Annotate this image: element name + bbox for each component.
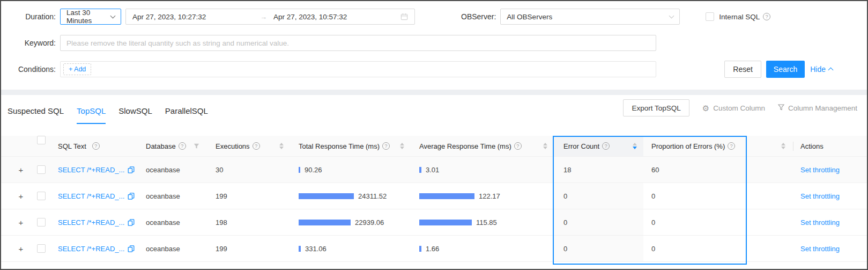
header-error-count: Error Count ? [554,136,643,156]
custom-column-label: Custom Column [713,104,765,112]
help-icon[interactable]: ? [382,142,390,150]
expand-row-button[interactable]: + [19,166,24,174]
select-all-checkbox[interactable] [37,136,46,144]
help-icon[interactable]: ? [728,142,735,150]
row-checkbox[interactable] [37,165,46,174]
help-icon[interactable]: ? [92,142,100,150]
avg-rt-bar [419,220,472,225]
add-condition-button[interactable]: + Add [63,63,91,75]
help-icon[interactable]: ? [514,142,522,150]
date-range-end[interactable]: Apr 27, 2023, 10:57:32 [273,13,347,21]
sql-text-link[interactable]: SELECT /*+READ_... [58,192,124,200]
sort-error-count[interactable] [633,143,637,149]
tab-topsql[interactable]: TopSQL [77,104,106,124]
sort-executions[interactable] [279,143,284,149]
header-sql-text: SQL Text ? [51,136,137,156]
keyword-input[interactable] [60,35,656,51]
error-count-value: 18 [563,166,571,174]
header-database: Database ? [137,136,207,156]
total-rt-value: 90.26 [305,166,322,174]
observer-select[interactable]: All OBServers [500,9,680,25]
error-count-value: 0 [563,245,567,253]
hide-link[interactable]: Hide [810,65,833,74]
help-icon[interactable]: ? [602,142,610,150]
hide-link-label: Hide [810,65,826,74]
internal-sql-checkbox[interactable] [706,12,714,21]
total-rt-value: 24311.52 [358,192,387,200]
sort-average-response-time[interactable] [543,143,547,149]
sql-text-link[interactable]: SELECT /*+READ_... [58,166,124,174]
executions-value: 199 [216,192,227,200]
expand-row-button[interactable]: + [19,245,24,253]
header-check-cell [31,136,51,156]
copy-icon[interactable] [128,219,135,226]
avg-rt-bar [419,193,474,199]
error-pct-value: 60 [651,166,659,174]
tab-slowsql[interactable]: SlowSQL [118,104,152,124]
table-row: + SELECT /*+READ_... oceanbase 199 24311… [1,183,867,209]
database-value: oceanbase [146,166,180,174]
arrow-right-icon: → [260,13,267,21]
set-throttling-link[interactable]: Set throttling [800,166,840,174]
sort-total-response-time[interactable] [400,143,404,149]
column-management-button[interactable]: Column Management [778,104,857,112]
copy-icon[interactable] [128,245,135,252]
header-average-response-time: Average Response Time (ms) ? [411,136,554,156]
error-count-value: 0 [563,192,567,200]
gear-icon: ⚙ [702,104,709,112]
date-range-picker[interactable]: Apr 27, 2023, 10:27:32 → Apr 27, 2023, 1… [125,9,415,25]
observer-select-value: All OBServers [507,13,552,21]
filter-funnel-icon[interactable] [194,143,199,149]
executions-value: 198 [216,218,227,227]
filter-actions: Reset Search Hide [724,61,833,78]
error-count-value: 0 [563,218,567,227]
avg-rt-value: 122.17 [479,192,500,200]
filter-row-keyword: Keyword: [1,35,867,51]
date-range-start[interactable]: Apr 27, 2023, 10:27:32 [132,13,260,21]
row-checkbox[interactable] [37,218,46,227]
avg-rt-value: 1.66 [426,245,439,253]
avg-rt-bar [419,246,421,252]
error-pct-value: 0 [651,218,655,227]
total-rt-value: 22939.06 [355,218,384,227]
total-rt-value: 331.06 [305,245,327,253]
tab-parallelsql[interactable]: ParallelSQL [165,104,208,124]
table-row: + SELECT /*+READ_... oceanbase 199 331.0… [1,236,867,262]
expand-row-button[interactable]: + [19,218,24,227]
filter-row-duration: Duration: Last 30 Minutes Apr 27, 2023, … [1,9,867,25]
content-panel: Suspected SQL TopSQL SlowSQL ParallelSQL… [1,95,867,262]
duration-select[interactable]: Last 30 Minutes [60,9,121,25]
header-extra-cell [747,136,793,156]
copy-icon[interactable] [128,193,135,200]
sort-extra[interactable] [781,143,785,149]
error-pct-value: 0 [651,245,655,253]
table-toolbar: Export TopSQL ⚙ Custom Column Column Man… [623,99,857,124]
help-icon[interactable]: ? [179,142,186,150]
calendar-icon[interactable] [400,13,408,20]
search-button[interactable]: Search [766,61,805,78]
copy-icon[interactable] [128,166,135,173]
total-rt-bar [299,246,301,252]
table-row: + SELECT /*+READ_... oceanbase 198 22939… [1,209,867,236]
set-throttling-link[interactable]: Set throttling [800,192,840,200]
custom-column-button[interactable]: ⚙ Custom Column [702,104,765,112]
expand-row-button[interactable]: + [19,192,24,200]
conditions-label: Conditions: [1,65,60,74]
topsql-page: Duration: Last 30 Minutes Apr 27, 2023, … [0,0,868,270]
sql-text-link[interactable]: SELECT /*+READ_... [58,245,124,253]
help-icon[interactable]: ? [253,142,260,150]
panel-divider [1,90,867,95]
filter-row-conditions: Conditions: + Add Reset Search Hide [1,61,867,78]
row-checkbox[interactable] [37,244,46,253]
database-value: oceanbase [146,218,180,227]
reset-button[interactable]: Reset [724,61,761,78]
export-topsql-button[interactable]: Export TopSQL [623,99,689,116]
total-rt-bar [299,220,351,225]
row-checkbox[interactable] [37,192,46,200]
set-throttling-link[interactable]: Set throttling [800,245,840,253]
tab-suspected-sql[interactable]: Suspected SQL [8,104,64,124]
sql-text-link[interactable]: SELECT /*+READ_... [58,218,124,227]
header-executions: Executions ? [207,136,290,156]
set-throttling-link[interactable]: Set throttling [800,218,840,227]
help-icon[interactable]: ? [763,13,770,20]
